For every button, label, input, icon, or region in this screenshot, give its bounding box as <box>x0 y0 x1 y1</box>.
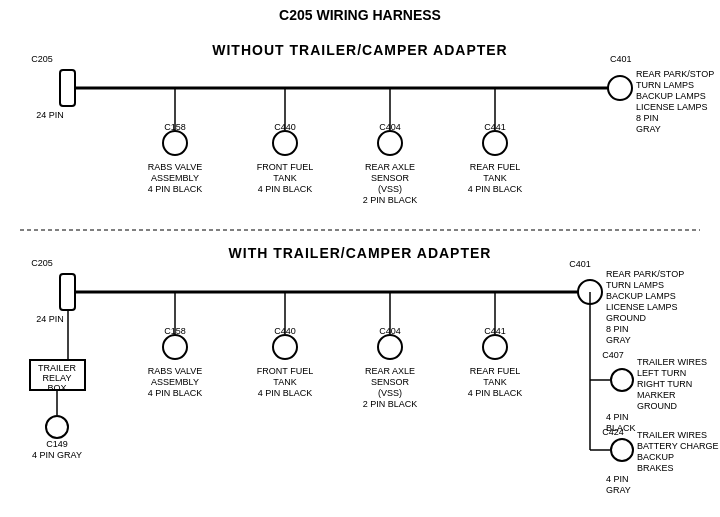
section2-c404-circle <box>378 335 402 359</box>
section2-c401-label: C401 <box>569 259 591 269</box>
section2-title: WITH TRAILER/CAMPER ADAPTER <box>229 245 492 261</box>
section2-c404-desc3: (VSS) <box>378 388 402 398</box>
section1-c401-desc1: REAR PARK/STOP <box>636 69 714 79</box>
section1-c401-pin: 8 PIN <box>636 113 659 123</box>
c407-desc5: GROUND <box>637 401 677 411</box>
section1-c158-desc2: ASSEMBLY <box>151 173 199 183</box>
section2-c404-label: C404 <box>379 326 401 336</box>
section1-c401-label: C401 <box>610 54 632 64</box>
section1-c158-circle <box>163 131 187 155</box>
section1-c401-color: GRAY <box>636 124 661 134</box>
section1-c158-desc1: RABS VALVE <box>148 162 203 172</box>
section2-c158-label: C158 <box>164 326 186 336</box>
c424-pin: 4 PIN <box>606 474 629 484</box>
section1-c404-desc4: 2 PIN BLACK <box>363 195 418 205</box>
c407-desc1: TRAILER WIRES <box>637 357 707 367</box>
section1-c440-label: C440 <box>274 122 296 132</box>
section2-c401-desc4: LICENSE LAMPS <box>606 302 678 312</box>
section1-c441-desc1: REAR FUEL <box>470 162 521 172</box>
section1-c441-label: C441 <box>484 122 506 132</box>
c424-desc4: BRAKES <box>637 463 674 473</box>
section1-c441-desc2: TANK <box>483 173 506 183</box>
main-title: C205 WIRING HARNESS <box>279 7 441 23</box>
section1-c440-desc2: TANK <box>273 173 296 183</box>
section1-c404-circle <box>378 131 402 155</box>
section1-left-rect <box>60 70 75 106</box>
trailer-relay-label1: TRAILER <box>38 363 77 373</box>
section2-c404-desc4: 2 PIN BLACK <box>363 399 418 409</box>
section1-c158-label: C158 <box>164 122 186 132</box>
section1-c404-desc1: REAR AXLE <box>365 162 415 172</box>
section1-title: WITHOUT TRAILER/CAMPER ADAPTER <box>212 42 507 58</box>
trailer-relay-label2: RELAY <box>43 373 72 383</box>
section2-c401-pin: 8 PIN <box>606 324 629 334</box>
section1-c441-circle <box>483 131 507 155</box>
section2-c440-label: C440 <box>274 326 296 336</box>
section1-right-circle <box>608 76 632 100</box>
section2-c401-color: GRAY <box>606 335 631 345</box>
section2-c441-desc2: TANK <box>483 377 506 387</box>
section1-c401-desc2: TURN LAMPS <box>636 80 694 90</box>
section1-c404-label: C404 <box>379 122 401 132</box>
section2-c441-label: C441 <box>484 326 506 336</box>
c149-label: C149 <box>46 439 68 449</box>
section2-c440-circle <box>273 335 297 359</box>
section1-c404-desc2: SENSOR <box>371 173 410 183</box>
section2-c158-desc2: ASSEMBLY <box>151 377 199 387</box>
section2-c205-label: C205 <box>31 258 53 268</box>
section2-c440-desc1: FRONT FUEL <box>257 366 313 376</box>
section2-c401-desc5: GROUND <box>606 313 646 323</box>
section1-c440-circle <box>273 131 297 155</box>
section1-c401-desc3: BACKUP LAMPS <box>636 91 706 101</box>
section1-c440-desc1: FRONT FUEL <box>257 162 313 172</box>
c424-desc2: BATTERY CHARGE <box>637 441 719 451</box>
section1-c158-desc3: 4 PIN BLACK <box>148 184 203 194</box>
section1-c440-desc3: 4 PIN BLACK <box>258 184 313 194</box>
diagram-container: C205 WIRING HARNESS WITHOUT TRAILER/CAMP… <box>0 0 720 517</box>
section1-c404-desc3: (VSS) <box>378 184 402 194</box>
c424-color: GRAY <box>606 485 631 495</box>
c424-label: C424 <box>602 427 624 437</box>
c407-label: C407 <box>602 350 624 360</box>
c149-pin: 4 PIN GRAY <box>32 450 82 460</box>
section2-c441-desc1: REAR FUEL <box>470 366 521 376</box>
c407-circle <box>611 369 633 391</box>
section2-c401-desc1: REAR PARK/STOP <box>606 269 684 279</box>
section2-c440-desc2: TANK <box>273 377 296 387</box>
section2-c441-desc3: 4 PIN BLACK <box>468 388 523 398</box>
section2-left-rect <box>60 274 75 310</box>
section2-c158-desc1: RABS VALVE <box>148 366 203 376</box>
section2-c158-desc3: 4 PIN BLACK <box>148 388 203 398</box>
c407-desc4: MARKER <box>637 390 676 400</box>
section1-c205-pin: 24 PIN <box>36 110 64 120</box>
c424-desc1: TRAILER WIRES <box>637 430 707 440</box>
c424-desc3: BACKUP <box>637 452 674 462</box>
c407-pin: 4 PIN <box>606 412 629 422</box>
section2-c205-pin: 24 PIN <box>36 314 64 324</box>
section1-c205-label: C205 <box>31 54 53 64</box>
section1-c441-desc3: 4 PIN BLACK <box>468 184 523 194</box>
section2-c158-circle <box>163 335 187 359</box>
section2-c401-desc3: BACKUP LAMPS <box>606 291 676 301</box>
c149-circle <box>46 416 68 438</box>
section2-c440-desc3: 4 PIN BLACK <box>258 388 313 398</box>
c407-desc3: RIGHT TURN <box>637 379 692 389</box>
c407-desc2: LEFT TURN <box>637 368 686 378</box>
section2-c441-circle <box>483 335 507 359</box>
c424-circle <box>611 439 633 461</box>
section2-c404-desc1: REAR AXLE <box>365 366 415 376</box>
section2-c404-desc2: SENSOR <box>371 377 410 387</box>
section1-c401-desc4: LICENSE LAMPS <box>636 102 708 112</box>
section2-c401-desc2: TURN LAMPS <box>606 280 664 290</box>
